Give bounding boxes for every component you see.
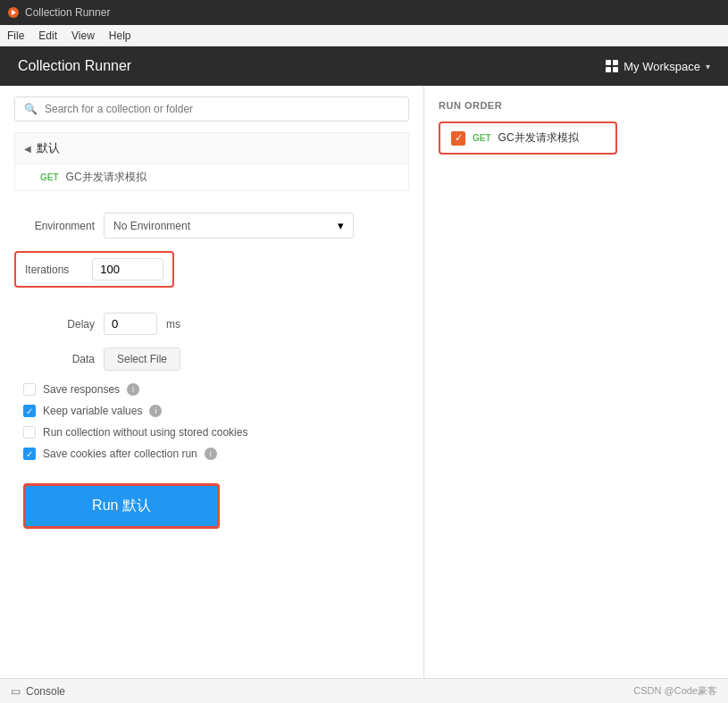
chevron-down-icon: ▾ — [706, 62, 710, 71]
menu-file[interactable]: File — [7, 29, 24, 42]
checkmark-icon: ✓ — [455, 132, 463, 144]
data-row: Data Select File — [14, 347, 409, 371]
footer: ▭ Console CSDN @Code豪客 — [0, 678, 728, 703]
app-header-title: Collection Runner — [18, 58, 131, 74]
workspace-icon — [606, 60, 618, 72]
menu-edit[interactable]: Edit — [38, 29, 57, 42]
delay-label: Delay — [14, 318, 95, 331]
no-cookies-checkbox[interactable] — [23, 426, 36, 439]
save-responses-label: Save responses — [43, 383, 120, 396]
search-input[interactable] — [45, 103, 399, 115]
collection-tree: ◀ 默认 GET GC并发请求模拟 — [14, 132, 409, 191]
tree-folder[interactable]: ◀ 默认 — [15, 133, 408, 164]
title-bar: Collection Runner — [0, 0, 728, 25]
save-responses-row: Save responses i — [14, 383, 409, 396]
save-cookies-info-icon[interactable]: i — [205, 448, 217, 460]
save-cookies-row: Save cookies after collection run i — [14, 448, 409, 460]
data-label: Data — [14, 353, 95, 365]
env-chevron-icon: ▾ — [338, 219, 344, 232]
watermark: CSDN @Code豪客 — [633, 684, 717, 698]
right-panel: RUN ORDER ✓ GET GC并发请求模拟 — [424, 86, 728, 678]
run-order-item: ✓ GET GC并发请求模拟 — [439, 121, 617, 155]
search-icon: 🔍 — [24, 103, 38, 115]
tree-arrow-icon: ◀ — [24, 144, 31, 154]
item-name: GC并发请求模拟 — [66, 170, 146, 185]
delay-row: Delay ms — [14, 313, 409, 335]
list-item[interactable]: GET GC并发请求模拟 — [15, 164, 408, 190]
environment-row: Environment No Environment ▾ — [14, 213, 409, 239]
console-area[interactable]: ▭ Console — [11, 685, 65, 698]
menu-help[interactable]: Help — [109, 29, 131, 42]
keep-variable-row: Keep variable values i — [14, 405, 409, 417]
select-file-button[interactable]: Select File — [104, 347, 180, 371]
run-order-checkbox[interactable]: ✓ — [451, 131, 465, 146]
console-label: Console — [26, 685, 65, 698]
left-panel: 🔍 ◀ 默认 GET GC并发请求模拟 Environment No Envir… — [0, 86, 424, 678]
workspace-name: My Workspace — [623, 60, 700, 73]
iterations-row: Iterations — [14, 251, 174, 288]
app-icon — [7, 6, 20, 19]
method-badge: GET — [40, 172, 59, 182]
settings-section: Environment No Environment ▾ Iterations … — [14, 213, 409, 543]
keep-variable-checkbox[interactable] — [23, 405, 36, 417]
ms-label: ms — [166, 318, 180, 331]
app-header: Collection Runner My Workspace ▾ — [0, 46, 728, 86]
workspace-selector[interactable]: My Workspace ▾ — [606, 60, 710, 73]
iterations-input[interactable] — [92, 258, 163, 280]
environment-select[interactable]: No Environment ▾ — [104, 213, 354, 239]
no-cookies-row: Run collection without using stored cook… — [14, 426, 409, 439]
keep-variable-label: Keep variable values — [43, 405, 142, 417]
title-bar-title: Collection Runner — [25, 6, 110, 19]
iterations-label: Iterations — [25, 264, 69, 276]
main-layout: 🔍 ◀ 默认 GET GC并发请求模拟 Environment No Envir… — [0, 86, 728, 678]
run-order-name: GC并发请求模拟 — [498, 130, 579, 146]
environment-value: No Environment — [113, 220, 190, 232]
menu-bar: File Edit View Help — [0, 25, 728, 46]
no-cookies-label: Run collection without using stored cook… — [43, 426, 247, 439]
save-responses-info-icon[interactable]: i — [127, 383, 139, 396]
search-box[interactable]: 🔍 — [14, 96, 409, 121]
run-order-label: RUN ORDER — [439, 100, 714, 111]
menu-view[interactable]: View — [71, 29, 95, 42]
folder-name: 默认 — [37, 140, 60, 156]
run-order-method: GET — [473, 133, 491, 143]
run-button[interactable]: Run 默认 — [23, 483, 220, 529]
environment-label: Environment — [14, 220, 95, 232]
save-cookies-checkbox[interactable] — [23, 448, 36, 460]
save-responses-checkbox[interactable] — [23, 383, 36, 396]
console-icon: ▭ — [11, 685, 21, 698]
keep-variable-info-icon[interactable]: i — [149, 405, 162, 417]
run-button-wrapper: Run 默认 — [14, 469, 409, 543]
save-cookies-label: Save cookies after collection run — [43, 448, 197, 460]
delay-input[interactable] — [104, 313, 157, 335]
